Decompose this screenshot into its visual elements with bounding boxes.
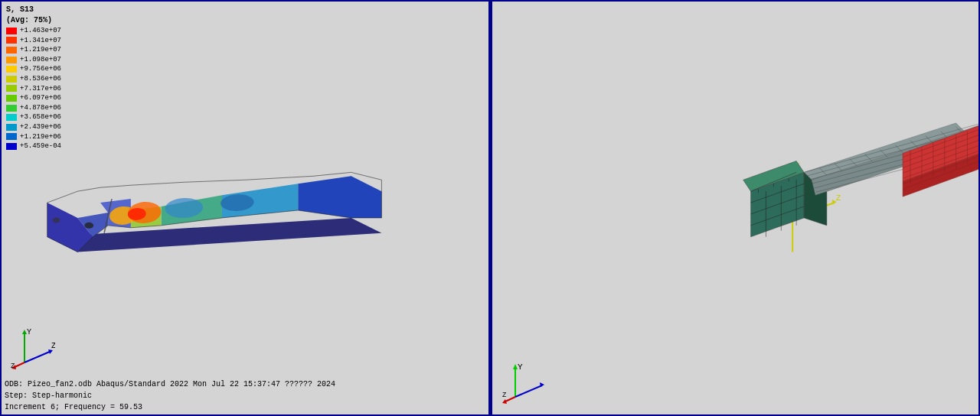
legend-value: +4.878e+06	[20, 103, 61, 113]
svg-line-89	[515, 385, 542, 397]
legend-item: +7.317e+06	[6, 84, 61, 94]
left-fea-visualization	[2, 2, 488, 414]
legend-color-swatch	[6, 57, 17, 63]
svg-text:Z: Z	[51, 342, 55, 350]
legend-value: +1.341e+07	[20, 36, 61, 46]
svg-point-16	[53, 217, 60, 223]
legend-item: +1.219e+06	[6, 132, 61, 142]
left-panel: S, S13 (Avg: 75%) +1.463e+07+1.341e+07+1…	[0, 0, 491, 416]
legend-color-swatch	[6, 124, 17, 131]
legend-color-swatch	[6, 66, 17, 73]
info-line1: ODB: Pizeo_fan2.odb Abaqus/Standard 2022…	[5, 379, 485, 390]
legend-color-swatch	[6, 76, 17, 83]
viewport: S, S13 (Avg: 75%) +1.463e+07+1.341e+07+1…	[0, 0, 980, 416]
legend-avg: (Avg: 75%)	[6, 15, 61, 26]
svg-text:Z: Z	[502, 392, 507, 399]
legend-value: +1.463e+07	[20, 26, 61, 36]
left-axes: Y Z Z	[9, 328, 55, 372]
svg-text:Y: Y	[518, 362, 523, 372]
legend-value: +3.658e+06	[20, 112, 61, 122]
legend-item: +2.439e+06	[6, 122, 61, 132]
legend-color-swatch	[6, 105, 17, 112]
legend-value: +2.439e+06	[20, 122, 61, 132]
legend-color-swatch	[6, 95, 17, 102]
left-axes-svg: Y Z Z	[9, 328, 55, 370]
svg-marker-90	[540, 382, 544, 387]
legend-value: +1.219e+07	[20, 45, 61, 55]
legend-color-swatch	[6, 143, 17, 150]
legend-value: +6.097e+06	[20, 93, 61, 103]
legend-color-swatch	[6, 28, 17, 34]
legend-color-swatch	[6, 85, 17, 92]
info-line2: Step: Step-harmonic	[5, 390, 485, 401]
legend-color-swatch	[6, 133, 17, 140]
legend-color-swatch	[6, 37, 17, 44]
legend-item: +8.536e+06	[6, 74, 61, 84]
right-axes: Y Z	[500, 359, 550, 407]
legend-color-swatch	[6, 114, 17, 121]
legend-item: +3.658e+06	[6, 112, 61, 122]
legend-value: +7.317e+06	[20, 84, 61, 94]
legend-value: +1.098e+07	[20, 55, 61, 65]
legend-items: +1.463e+07+1.341e+07+1.219e+07+1.098e+07…	[6, 26, 61, 151]
legend-value: +8.536e+06	[20, 74, 61, 84]
legend-item: +1.098e+07	[6, 55, 61, 65]
legend-item: +1.219e+07	[6, 45, 61, 55]
legend-item: +5.459e-04	[6, 141, 61, 151]
legend-item: +1.341e+07	[6, 36, 61, 46]
legend-value: +5.459e-04	[20, 141, 61, 151]
svg-line-21	[24, 351, 51, 362]
legend-value: +9.756e+06	[20, 64, 61, 74]
right-panel: Y Z	[491, 0, 981, 416]
svg-rect-27	[492, 2, 978, 414]
svg-text:Z: Z	[835, 193, 841, 203]
left-info-bar: ODB: Pizeo_fan2.odb Abaqus/Standard 2022…	[2, 377, 488, 414]
legend-item: +4.878e+06	[6, 103, 61, 113]
legend-value: +1.219e+06	[20, 132, 61, 142]
svg-text:Y: Y	[27, 328, 31, 336]
legend-item: +1.463e+07	[6, 26, 61, 36]
right-fea-visualization: Y Z	[492, 2, 979, 414]
legend-color-swatch	[6, 47, 17, 54]
legend-item: +6.097e+06	[6, 93, 61, 103]
right-axes-svg: Y Z	[500, 359, 550, 405]
svg-text:Z: Z	[11, 362, 15, 370]
legend-title: S, S13	[6, 5, 61, 15]
info-line3: Increment 6; Frequency = 59.53	[5, 401, 485, 413]
legend-item: +9.756e+06	[6, 64, 61, 74]
legend: S, S13 (Avg: 75%) +1.463e+07+1.341e+07+1…	[2, 2, 66, 154]
svg-point-15	[84, 223, 93, 229]
